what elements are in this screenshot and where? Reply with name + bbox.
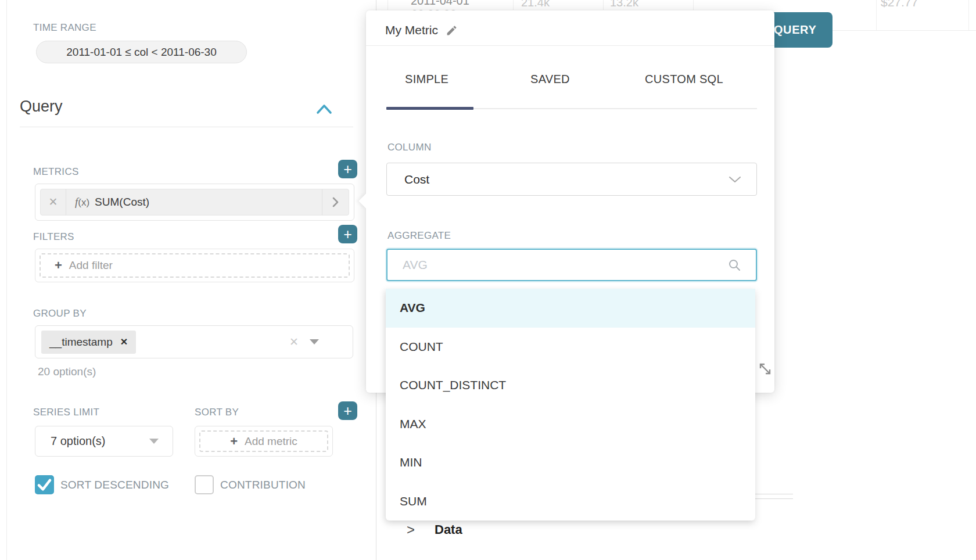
series-limit-label: SERIES LIMIT [33,407,99,418]
plus-icon: + [230,434,238,449]
table-gridline [693,0,694,10]
aggregate-options-dropdown: AVG COUNT COUNT_DISTINCT MAX MIN SUM [386,289,755,520]
metric-pill[interactable]: ✕ f(x) SUM(Cost) [40,189,349,216]
metric-name: SUM(Cost) [95,196,322,209]
pencil-edit-icon[interactable] [446,24,458,37]
check-icon [35,475,54,494]
time-range-value-pill[interactable]: 2011-01-01 ≤ col < 2011-06-30 [36,41,247,63]
aggregate-input[interactable] [387,258,728,272]
group-by-label: GROUP BY [33,308,87,320]
aggregate-option-sum[interactable]: SUM [386,482,755,521]
column-select[interactable]: Cost [386,163,757,196]
query-section-title: Query [20,98,63,116]
series-limit-select[interactable]: 7 option(s) [35,426,173,457]
popover-title-row: My Metric [385,23,458,37]
filters-label: FILTERS [33,231,74,243]
function-icon: f(x) [75,196,89,209]
caret-down-icon [149,439,159,444]
tab-simple[interactable]: SIMPLE [405,73,448,86]
column-label: COLUMN [387,142,431,153]
section-divider [20,127,353,127]
group-by-options-hint: 20 option(s) [38,365,96,378]
plus-icon: + [55,258,62,273]
group-by-tag-label: __timestamp [49,336,113,349]
contribution-option: CONTRIBUTION [195,475,346,495]
add-metric-button[interactable]: + [338,160,357,178]
tab-custom-sql[interactable]: CUSTOM SQL [645,73,723,86]
table-gridline [513,0,514,10]
group-by-select[interactable]: __timestamp ✕ ✕ [35,325,353,358]
filters-container: + Add filter [35,249,354,282]
panel-left-border [6,0,7,560]
aggregate-label: AGGREGATE [387,230,451,242]
aggregate-combobox [386,249,757,281]
metrics-container: ✕ f(x) SUM(Cost) [35,184,354,221]
table-cell-value: 21.4k [521,0,550,9]
sort-by-container: + Add metric [195,426,333,457]
table-cell-value: $27.77 [881,0,918,9]
table-cell-timestamp-date: 2011-04-01 [411,0,469,8]
add-sort-metric-button[interactable]: + [338,401,357,420]
series-limit-value: 7 option(s) [51,435,106,448]
popover-title: My Metric [385,23,438,37]
contribution-label: CONTRIBUTION [220,479,306,491]
table-gridline [603,0,604,10]
chevron-right-icon [332,197,339,207]
search-icon [728,259,741,271]
table-gridline [968,0,969,30]
remove-tag-icon[interactable]: ✕ [120,336,128,347]
add-sort-metric-dropzone[interactable]: + Add metric [199,430,328,452]
remove-metric-icon[interactable]: ✕ [41,189,66,215]
popover-arrow [358,193,373,208]
chevron-down-icon [729,176,741,183]
caret-down-icon[interactable] [310,339,319,344]
chevron-right-icon: > [407,522,418,538]
divider [366,45,774,46]
sort-descending-option: SORT DESCENDING [35,475,171,495]
add-filter-label: Add filter [69,259,113,272]
resize-diagonal-icon[interactable] [756,360,774,378]
data-section-header[interactable]: > Data [407,522,462,538]
tab-saved[interactable]: SAVED [530,73,570,86]
time-range-label: TIME RANGE [33,22,96,34]
add-sort-metric-label: Add metric [245,435,297,448]
metrics-label: METRICS [33,166,79,178]
contribution-checkbox[interactable] [195,475,214,494]
active-tab-indicator [386,107,473,110]
sort-descending-label: SORT DESCENDING [60,479,169,491]
column-value: Cost [404,173,429,186]
sort-descending-checkbox[interactable] [35,475,54,494]
aggregate-option-count-distinct[interactable]: COUNT_DISTINCT [386,366,755,405]
aggregate-option-count[interactable]: COUNT [386,328,755,367]
table-gridline [387,0,388,10]
table-gridline [876,0,877,30]
aggregate-option-max[interactable]: MAX [386,405,755,444]
add-filter-dropzone[interactable]: + Add filter [40,253,350,278]
metric-expand-caret[interactable] [322,189,349,215]
sort-by-label: SORT BY [195,407,239,418]
aggregate-option-avg[interactable]: AVG [386,289,755,328]
group-by-tag: __timestamp ✕ [41,331,136,354]
table-cell-value: 13.2k [610,0,638,9]
add-filter-button[interactable]: + [338,225,357,243]
clear-select-icon[interactable]: ✕ [289,335,299,349]
aggregate-option-min[interactable]: MIN [386,443,755,482]
data-section-label: Data [435,522,462,537]
chevron-up-icon[interactable] [316,103,332,115]
